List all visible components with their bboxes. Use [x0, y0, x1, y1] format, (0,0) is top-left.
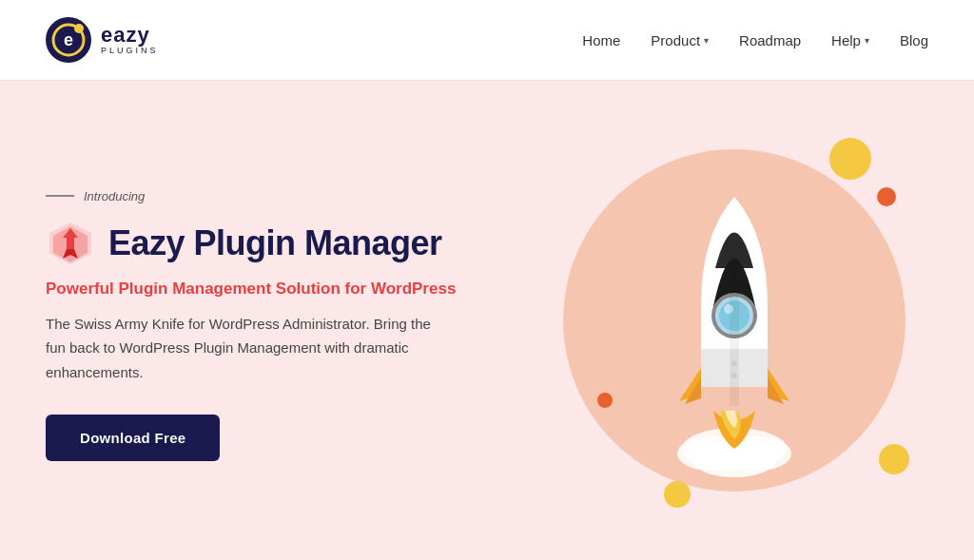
nav-product[interactable]: Product ▾: [651, 32, 709, 48]
introducing-row: Introducing: [46, 189, 540, 203]
plugin-manager-icon: [46, 219, 95, 268]
deco-orange-small: [877, 187, 896, 206]
product-title-row: Eazy Plugin Manager: [46, 219, 540, 268]
logo-main-text: eazy: [101, 24, 159, 47]
site-header: e eazy PLUGINS Home Product ▾ Roadmap He…: [0, 0, 974, 81]
nav-roadmap[interactable]: Roadmap: [739, 32, 801, 48]
logo[interactable]: e eazy PLUGINS: [46, 17, 159, 63]
svg-point-15: [731, 373, 737, 378]
logo-icon: e: [46, 17, 91, 63]
hero-tagline: Powerful Plugin Management Solution for …: [46, 280, 540, 299]
download-free-button[interactable]: Download Free: [46, 415, 220, 461]
logo-text: eazy PLUGINS: [101, 24, 159, 56]
svg-point-14: [731, 360, 737, 366]
product-name-heading: Eazy Plugin Manager: [108, 223, 442, 263]
logo-sub-text: PLUGINS: [101, 47, 159, 56]
help-chevron-icon: ▾: [865, 35, 869, 46]
product-chevron-icon: ▾: [704, 35, 709, 46]
nav-home[interactable]: Home: [582, 32, 620, 48]
intro-line-decoration: [46, 195, 74, 197]
rocket-svg: [630, 159, 839, 482]
svg-point-3: [74, 24, 84, 33]
nav-help[interactable]: Help ▾: [831, 32, 869, 48]
hero-section: Introducing Eazy Plugin Manager Powerful…: [0, 81, 974, 560]
deco-yellow-small: [879, 444, 909, 474]
hero-content: Introducing Eazy Plugin Manager Powerful…: [46, 180, 540, 462]
deco-yellow-bottom: [664, 481, 691, 508]
hero-illustration: [540, 81, 928, 560]
main-nav: Home Product ▾ Roadmap Help ▾ Blog: [582, 32, 928, 48]
introducing-label: Introducing: [84, 189, 145, 203]
rocket-illustration: [630, 159, 839, 482]
hero-description: The Swiss Army Knife for WordPress Admin…: [46, 312, 445, 385]
svg-rect-13: [730, 254, 739, 406]
nav-blog[interactable]: Blog: [900, 32, 928, 48]
deco-orange-tiny: [597, 393, 613, 408]
svg-text:e: e: [64, 30, 73, 49]
